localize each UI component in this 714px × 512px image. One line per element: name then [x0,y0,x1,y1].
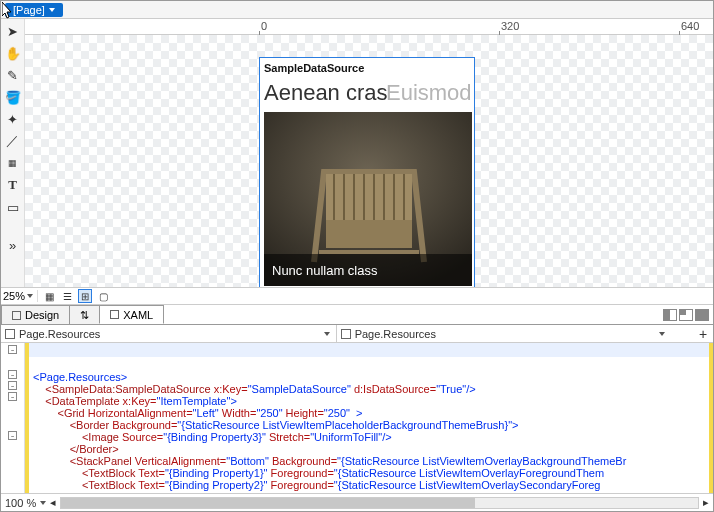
view-list-icon[interactable]: ☰ [60,289,74,303]
element-icon [341,329,351,339]
xaml-path-bar: Page.Resources Page.Resources + [1,325,713,343]
add-button[interactable]: + [695,326,711,342]
fold-gutter: - - - - - [1,343,25,493]
wand-tool-icon[interactable]: ✦ [5,111,21,127]
canvas-options-bar: 25% ▦ ☰ ⊞ ▢ [1,287,713,305]
code-editor[interactable]: - - - - - <Page.Resources> <SampleData:S… [1,343,713,493]
scrollbar-thumb[interactable] [61,498,475,508]
zoom-value: 25% [3,290,25,302]
fold-toggle[interactable]: - [8,431,17,440]
brush-tool-icon[interactable]: ✎ [5,67,21,83]
current-line-highlight [29,343,709,357]
swap-panes-button[interactable]: ⇅ [69,305,100,324]
selected-element[interactable]: SampleDataSource Aenean cras Euismod Nun… [259,57,475,287]
chevron-down-icon [27,294,33,298]
path-right-dropdown[interactable]: Page.Resources [337,328,672,340]
design-icon [12,311,21,320]
page-breadcrumb-chip[interactable]: [Page] [5,3,63,17]
design-canvas[interactable]: 0 320 640 SampleDataSource Aenean cras E… [25,19,713,287]
tab-xaml-label: XAML [123,309,153,321]
fold-toggle[interactable]: - [8,370,17,379]
expand-toolbox-icon[interactable]: » [5,237,21,253]
layout-split-h-icon[interactable] [679,309,693,321]
status-caret-right-icon[interactable]: ▸ [703,496,709,509]
pointer-tool-icon[interactable]: ➤ [5,23,21,39]
text-tool-icon[interactable]: T [5,177,21,193]
tab-design[interactable]: Design [1,305,70,324]
chevron-down-icon [40,501,46,505]
tab-design-label: Design [25,309,59,321]
status-bar: 100 % ◂ ▸ [1,493,713,511]
card-title-2: Euismod [386,80,472,106]
card-heading: SampleDataSource [264,62,364,74]
path-right-label: Page.Resources [355,328,436,340]
tab-xaml[interactable]: XAML [99,305,164,324]
horizontal-scrollbar[interactable] [60,497,699,509]
ruler-horizontal: 0 320 640 [25,19,713,35]
line-tool-icon[interactable]: ／ [5,133,21,149]
chevron-down-icon [324,332,330,336]
change-marker [709,343,713,493]
bucket-tool-icon[interactable]: 🪣 [5,89,21,105]
hand-tool-icon[interactable]: ✋ [5,45,21,61]
view-other-icon[interactable]: ▢ [96,289,110,303]
pane-layout-buttons [663,305,713,324]
fold-toggle[interactable]: - [8,345,17,354]
xaml-icon [110,310,119,319]
rect-tool-icon[interactable]: ▭ [5,199,21,215]
chevron-down-icon [659,332,665,336]
fold-toggle[interactable]: - [8,392,17,401]
status-zoom: 100 % [5,497,36,509]
code-text[interactable]: <Page.Resources> <SampleData:SampleDataS… [29,343,709,493]
view-grid-icon[interactable]: ▦ [42,289,56,303]
card-title-1: Aenean cras [264,80,388,106]
svg-rect-10 [326,220,412,248]
view-tabs: Design ⇅ XAML [1,305,713,325]
page-chip-label: [Page] [13,4,45,16]
fold-toggle[interactable]: - [8,381,17,390]
breadcrumb-bar: [Page] [1,1,713,19]
layout-split-v-icon[interactable] [663,309,677,321]
path-left-dropdown[interactable]: Page.Resources [1,328,336,340]
view-snap-icon[interactable]: ⊞ [78,289,92,303]
grid-tool-icon[interactable]: ▦ [5,155,21,171]
status-caret-left-icon[interactable]: ◂ [50,496,56,509]
svg-rect-1 [326,174,412,220]
path-left-label: Page.Resources [19,328,100,340]
chevron-down-icon [49,8,55,12]
zoom-dropdown[interactable]: 25% [3,290,38,302]
toolbox: ➤ ✋ ✎ 🪣 ✦ ／ ▦ T ▭ » [1,19,25,287]
element-icon [5,329,15,339]
layout-full-icon[interactable] [695,309,709,321]
card-overlay-text: Nunc nullam class [264,254,472,286]
